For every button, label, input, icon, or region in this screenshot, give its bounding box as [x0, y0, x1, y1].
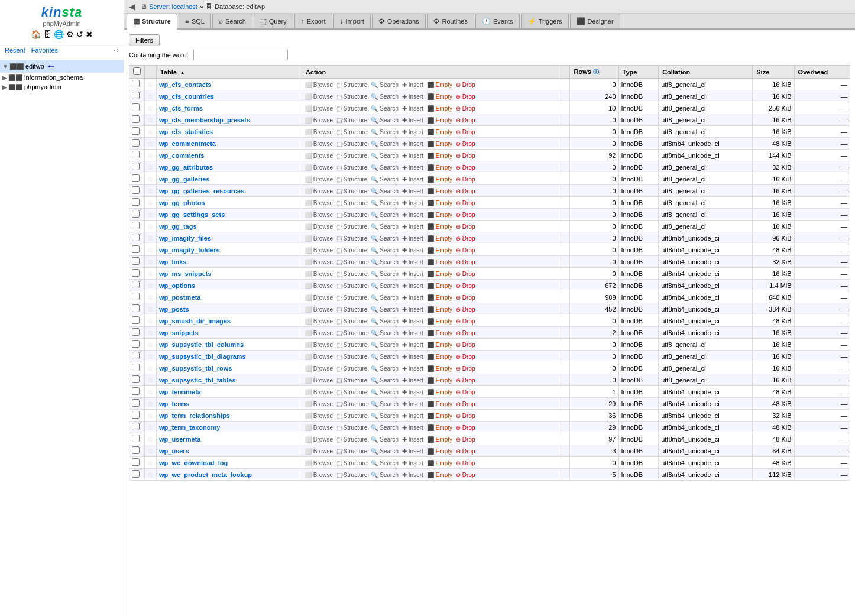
- exit-icon[interactable]: ✖: [86, 30, 93, 39]
- insert-link[interactable]: ✚ Insert: [402, 82, 423, 88]
- server-link[interactable]: Server: localhost: [149, 3, 197, 10]
- table-name-link[interactable]: wp_wc_download_log: [159, 459, 228, 466]
- insert-link[interactable]: ✚ Insert: [402, 306, 423, 313]
- star-icon[interactable]: ☆: [147, 447, 154, 455]
- tab-operations[interactable]: ⚙ Operations: [372, 14, 426, 28]
- drop-link[interactable]: ⊖ Drop: [456, 259, 475, 265]
- browse-link[interactable]: ⬜ Browse: [305, 164, 333, 171]
- insert-link[interactable]: ✚ Insert: [402, 188, 423, 194]
- tab-import[interactable]: ↓ Import: [333, 14, 371, 28]
- browse-link[interactable]: ⬜ Browse: [305, 141, 333, 147]
- drop-link[interactable]: ⊖ Drop: [456, 247, 475, 254]
- row-checkbox[interactable]: [132, 364, 140, 371]
- structure-link[interactable]: ⬚ Structure: [336, 436, 367, 443]
- drop-link[interactable]: ⊖ Drop: [456, 436, 475, 443]
- insert-link[interactable]: ✚ Insert: [402, 413, 423, 419]
- row-checkbox[interactable]: [132, 80, 140, 87]
- row-checkbox[interactable]: [132, 198, 140, 206]
- empty-link[interactable]: ⬛ Empty: [427, 82, 452, 88]
- table-name-link[interactable]: wp_ms_snippets: [159, 270, 212, 277]
- empty-link[interactable]: ⬛ Empty: [427, 365, 452, 372]
- search-link[interactable]: 🔍 Search: [371, 283, 398, 289]
- star-icon[interactable]: ☆: [147, 258, 154, 266]
- search-link[interactable]: 🔍 Search: [371, 235, 398, 242]
- insert-link[interactable]: ✚ Insert: [402, 247, 423, 254]
- sidebar-item-editwp[interactable]: ▼ ⬛⬛ editwp ←: [0, 60, 124, 73]
- browse-link[interactable]: ⬜ Browse: [305, 93, 333, 100]
- search-link[interactable]: 🔍 Search: [371, 188, 398, 194]
- empty-link[interactable]: ⬛ Empty: [427, 259, 452, 265]
- insert-link[interactable]: ✚ Insert: [402, 436, 423, 443]
- browse-link[interactable]: ⬜ Browse: [305, 283, 333, 289]
- browse-link[interactable]: ⬜ Browse: [305, 153, 333, 159]
- tab-export[interactable]: ↑ Export: [294, 14, 332, 28]
- insert-link[interactable]: ✚ Insert: [402, 153, 423, 159]
- row-checkbox[interactable]: [132, 328, 140, 336]
- star-icon[interactable]: ☆: [147, 270, 154, 278]
- structure-link[interactable]: ⬚ Structure: [336, 82, 367, 88]
- star-icon[interactable]: ☆: [147, 293, 154, 301]
- drop-link[interactable]: ⊖ Drop: [456, 153, 475, 159]
- drop-link[interactable]: ⊖ Drop: [456, 141, 475, 147]
- drop-link[interactable]: ⊖ Drop: [456, 377, 475, 384]
- star-icon[interactable]: ☆: [147, 329, 154, 337]
- search-link[interactable]: 🔍 Search: [371, 247, 398, 254]
- table-name-link[interactable]: wp_gg_photos: [159, 199, 205, 206]
- table-name-link[interactable]: wp_cfs_membership_presets: [159, 116, 250, 124]
- empty-link[interactable]: ⬛ Empty: [427, 117, 452, 124]
- star-icon[interactable]: ☆: [147, 388, 154, 396]
- table-name-link[interactable]: wp_usermeta: [159, 436, 200, 443]
- sidebar-item-phpmyadmin[interactable]: ▶ ⬛⬛ phpmyadmin: [0, 82, 124, 92]
- structure-link[interactable]: ⬚ Structure: [336, 342, 367, 348]
- search-link[interactable]: 🔍 Search: [371, 141, 398, 147]
- drop-link[interactable]: ⊖ Drop: [456, 448, 475, 455]
- search-link[interactable]: 🔍 Search: [371, 105, 398, 112]
- search-link[interactable]: 🔍 Search: [371, 259, 398, 265]
- insert-link[interactable]: ✚ Insert: [402, 318, 423, 325]
- insert-link[interactable]: ✚ Insert: [402, 330, 423, 336]
- star-icon[interactable]: ☆: [147, 234, 154, 242]
- browse-link[interactable]: ⬜ Browse: [305, 413, 333, 419]
- empty-link[interactable]: ⬛ Empty: [427, 235, 452, 242]
- row-checkbox[interactable]: [132, 293, 140, 300]
- insert-link[interactable]: ✚ Insert: [402, 141, 423, 147]
- star-icon[interactable]: ☆: [147, 116, 154, 124]
- browse-link[interactable]: ⬜ Browse: [305, 401, 333, 407]
- back-button[interactable]: ◀: [129, 2, 135, 11]
- search-link[interactable]: 🔍 Search: [371, 176, 398, 183]
- table-name-link[interactable]: wp_supsystic_tbl_rows: [159, 365, 232, 372]
- empty-link[interactable]: ⬛ Empty: [427, 448, 452, 455]
- structure-link[interactable]: ⬚ Structure: [336, 413, 367, 419]
- star-icon[interactable]: ☆: [147, 140, 154, 148]
- empty-link[interactable]: ⬛ Empty: [427, 389, 452, 395]
- star-icon[interactable]: ☆: [147, 471, 154, 479]
- empty-link[interactable]: ⬛ Empty: [427, 460, 452, 466]
- drop-link[interactable]: ⊖ Drop: [456, 235, 475, 242]
- browse-link[interactable]: ⬜ Browse: [305, 460, 333, 466]
- insert-link[interactable]: ✚ Insert: [402, 365, 423, 372]
- search-link[interactable]: 🔍 Search: [371, 460, 398, 466]
- search-link[interactable]: 🔍 Search: [371, 401, 398, 407]
- browse-link[interactable]: ⬜ Browse: [305, 436, 333, 443]
- insert-link[interactable]: ✚ Insert: [402, 448, 423, 455]
- drop-link[interactable]: ⊖ Drop: [456, 318, 475, 325]
- empty-link[interactable]: ⬛ Empty: [427, 472, 452, 478]
- structure-link[interactable]: ⬚ Structure: [336, 365, 367, 372]
- row-checkbox[interactable]: [132, 257, 140, 265]
- empty-link[interactable]: ⬛ Empty: [427, 141, 452, 147]
- browse-link[interactable]: ⬜ Browse: [305, 318, 333, 325]
- tab-routines[interactable]: ⚙ Routines: [427, 14, 474, 28]
- star-icon[interactable]: ☆: [147, 400, 154, 408]
- table-name-link[interactable]: wp_cfs_countries: [159, 93, 214, 100]
- browse-link[interactable]: ⬜ Browse: [305, 117, 333, 124]
- table-name-link[interactable]: wp_term_taxonomy: [159, 424, 220, 431]
- drop-link[interactable]: ⊖ Drop: [456, 365, 475, 372]
- insert-link[interactable]: ✚ Insert: [402, 294, 423, 301]
- filters-button[interactable]: Filters: [129, 34, 160, 46]
- browse-link[interactable]: ⬜ Browse: [305, 223, 333, 230]
- star-icon[interactable]: ☆: [147, 104, 154, 112]
- structure-link[interactable]: ⬚ Structure: [336, 153, 367, 159]
- structure-link[interactable]: ⬚ Structure: [336, 259, 367, 265]
- structure-link[interactable]: ⬚ Structure: [336, 294, 367, 301]
- browse-link[interactable]: ⬜ Browse: [305, 188, 333, 194]
